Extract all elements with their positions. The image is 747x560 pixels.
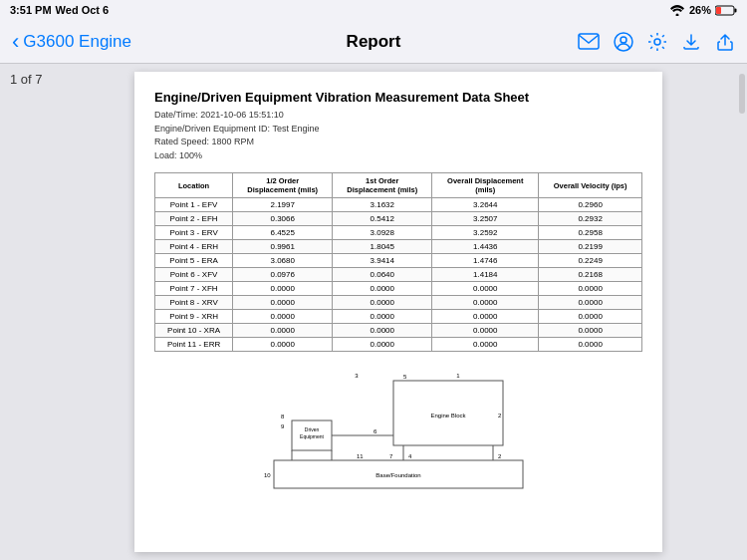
cell-value: 3.0680 xyxy=(233,254,333,268)
cell-value: 1.4436 xyxy=(432,240,539,254)
svg-text:2: 2 xyxy=(498,413,502,419)
cell-value: 1.8045 xyxy=(333,240,432,254)
cell-location: Point 1 - EFV xyxy=(155,198,233,212)
meta-datetime: Date/Time: 2021-10-06 15:51:10 xyxy=(154,109,642,123)
table-row: Point 9 - XRH0.00000.00000.00000.0000 xyxy=(155,310,642,324)
cell-value: 0.0000 xyxy=(432,310,539,324)
svg-text:Engine Block: Engine Block xyxy=(430,413,466,419)
svg-text:Driven: Driven xyxy=(305,426,320,432)
cell-value: 0.0640 xyxy=(333,268,432,282)
svg-text:5: 5 xyxy=(403,374,407,380)
nav-title: Report xyxy=(347,32,401,52)
equipment-diagram: 3 1 Engine Block Driven Equipment Base/F… xyxy=(254,366,543,495)
nav-actions xyxy=(578,32,735,52)
table-row: Point 7 - XFH0.00000.00000.00000.0000 xyxy=(155,282,642,296)
cell-location: Point 4 - ERH xyxy=(155,240,233,254)
cell-value: 0.0000 xyxy=(333,338,432,352)
svg-text:4: 4 xyxy=(408,453,412,459)
cell-value: 0.2960 xyxy=(539,198,642,212)
page-indicator: 1 of 7 xyxy=(0,64,60,560)
table-row: Point 11 - ERR0.00000.00000.00000.0000 xyxy=(155,338,642,352)
svg-text:Equipment: Equipment xyxy=(300,433,325,439)
cell-value: 0.0000 xyxy=(333,310,432,324)
svg-text:7: 7 xyxy=(389,453,393,459)
cell-location: Point 9 - XRH xyxy=(155,310,233,324)
document-container[interactable]: Engine/Driven Equipment Vibration Measur… xyxy=(60,64,737,560)
status-bar: 3:51 PM Wed Oct 6 26% xyxy=(0,0,747,20)
cell-value: 0.0000 xyxy=(233,282,333,296)
cell-value: 1.4746 xyxy=(432,254,539,268)
cell-value: 3.9414 xyxy=(333,254,432,268)
cell-value: 0.0000 xyxy=(432,338,539,352)
person-icon[interactable] xyxy=(614,32,633,52)
cell-location: Point 11 - ERR xyxy=(155,338,233,352)
cell-location: Point 8 - XRV xyxy=(155,296,233,310)
cell-value: 3.2644 xyxy=(432,198,539,212)
col-first-order: 1st OrderDisplacement (mils) xyxy=(333,173,432,198)
cell-value: 0.0000 xyxy=(539,296,642,310)
cell-value: 0.0976 xyxy=(233,268,333,282)
table-row: Point 2 - EFH0.30660.54123.25070.2932 xyxy=(155,212,642,226)
svg-rect-2 xyxy=(735,8,737,12)
svg-text:1: 1 xyxy=(456,373,460,379)
cell-location: Point 3 - ERV xyxy=(155,226,233,240)
cell-value: 0.2932 xyxy=(539,212,642,226)
cell-location: Point 5 - ERA xyxy=(155,254,233,268)
table-row: Point 5 - ERA3.06803.94141.47460.2249 xyxy=(155,254,642,268)
svg-text:11: 11 xyxy=(357,453,364,459)
svg-point-7 xyxy=(654,39,660,45)
wifi-icon xyxy=(669,5,685,16)
table-row: Point 1 - EFV2.19973.16323.26440.2960 xyxy=(155,198,642,212)
cell-location: Point 6 - XFV xyxy=(155,268,233,282)
cell-value: 6.4525 xyxy=(233,226,333,240)
page-area: 1 of 7 Engine/Driven Equipment Vibration… xyxy=(0,64,747,560)
svg-text:3: 3 xyxy=(355,373,359,379)
meta-load: Load: 100% xyxy=(154,149,642,163)
table-row: Point 6 - XFV0.09760.06401.41840.2168 xyxy=(155,268,642,282)
nav-bar: ‹ G3600 Engine Report xyxy=(0,20,747,64)
back-chevron-icon: ‹ xyxy=(12,31,19,53)
cell-value: 0.0000 xyxy=(333,282,432,296)
date-display: Wed Oct 6 xyxy=(56,4,110,16)
svg-text:8: 8 xyxy=(281,414,285,420)
gear-icon[interactable] xyxy=(647,32,667,52)
cell-value: 0.9961 xyxy=(233,240,333,254)
cell-value: 2.1997 xyxy=(233,198,333,212)
table-row: Point 3 - ERV6.45253.09283.25920.2958 xyxy=(155,226,642,240)
cell-value: 0.0000 xyxy=(432,282,539,296)
cell-value: 0.0000 xyxy=(539,324,642,338)
cell-location: Point 10 - XRA xyxy=(155,324,233,338)
cell-value: 0.2958 xyxy=(539,226,642,240)
table-row: Point 4 - ERH0.99611.80451.44360.2199 xyxy=(155,240,642,254)
meta-equipment: Engine/Driven Equipment ID: Test Engine xyxy=(154,123,642,137)
cell-value: 0.0000 xyxy=(333,324,432,338)
svg-point-0 xyxy=(675,13,678,16)
cell-value: 3.1632 xyxy=(333,198,432,212)
battery-level: 26% xyxy=(689,4,711,16)
report-title: Engine/Driven Equipment Vibration Measur… xyxy=(154,90,642,105)
col-overall-vel: Overall Velocity (ips) xyxy=(539,173,642,198)
svg-text:2: 2 xyxy=(498,453,502,459)
cell-value: 0.0000 xyxy=(432,296,539,310)
vibration-table: Location 1/2 OrderDisplacement (mils) 1s… xyxy=(154,172,642,352)
cell-value: 3.2592 xyxy=(432,226,539,240)
meta-speed: Rated Speed: 1800 RPM xyxy=(154,136,642,149)
cell-value: 0.0000 xyxy=(233,310,333,324)
cell-value: 0.0000 xyxy=(333,296,432,310)
cell-value: 1.4184 xyxy=(432,268,539,282)
report-meta: Date/Time: 2021-10-06 15:51:10 Engine/Dr… xyxy=(154,109,642,162)
scrollbar[interactable] xyxy=(739,74,745,114)
cell-value: 0.3066 xyxy=(233,212,333,226)
back-button[interactable]: ‹ G3600 Engine xyxy=(12,31,131,53)
col-location: Location xyxy=(155,173,233,198)
cell-value: 0.0000 xyxy=(233,338,333,352)
mail-icon[interactable] xyxy=(578,33,600,50)
download-icon[interactable] xyxy=(681,32,701,52)
back-label[interactable]: G3600 Engine xyxy=(23,32,131,52)
report-page: Engine/Driven Equipment Vibration Measur… xyxy=(134,72,662,552)
table-row: Point 8 - XRV0.00000.00000.00000.0000 xyxy=(155,296,642,310)
svg-point-6 xyxy=(621,37,626,43)
diagram-container: 3 1 Engine Block Driven Equipment Base/F… xyxy=(154,366,642,495)
cell-value: 0.2249 xyxy=(539,254,642,268)
share-icon[interactable] xyxy=(715,32,735,52)
